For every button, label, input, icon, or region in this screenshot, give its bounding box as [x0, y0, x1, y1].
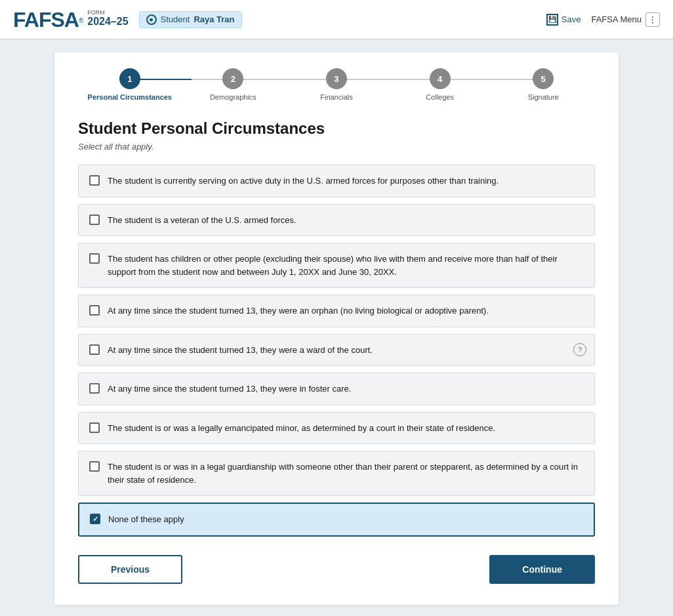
app-header: FAFSA® FORM 2024–25 ■ Student Raya Tran … — [0, 0, 673, 39]
step-1-circle: 1 — [119, 68, 140, 89]
form-label: FORM — [87, 9, 128, 16]
step-2-circle: 2 — [222, 68, 243, 89]
fafsa-menu-label: FAFSA Menu — [591, 14, 642, 24]
menu-dots-icon: ⋮ — [645, 12, 660, 27]
checkbox-item-8[interactable]: The student is or was in a legal guardia… — [78, 451, 595, 496]
checkbox-item-7[interactable]: The student is or was a legally emancipa… — [78, 412, 595, 445]
header-left: FAFSA® FORM 2024–25 ■ Student Raya Tran — [13, 9, 242, 30]
student-indicator[interactable]: ■ Student Raya Tran — [139, 11, 242, 28]
checkbox-item-4[interactable]: At any time since the student turned 13,… — [78, 295, 595, 327]
checkbox-9[interactable]: ✓ — [90, 514, 100, 524]
checkbox-item-5[interactable]: At any time since the student turned 13,… — [78, 334, 595, 367]
step-4-label: Colleges — [426, 93, 454, 101]
fafsa-year-block: FORM 2024–25 — [87, 9, 128, 28]
fafsa-registered: ® — [79, 16, 83, 24]
checkbox-8[interactable] — [89, 461, 100, 472]
continue-button[interactable]: Continue — [489, 555, 595, 584]
fafsa-wordmark: FAFSA® — [13, 9, 83, 30]
checkbox-6-text: At any time since the student turned 13,… — [108, 382, 351, 396]
checkbox-1[interactable] — [89, 175, 100, 186]
checkbox-item-6[interactable]: At any time since the student turned 13,… — [78, 373, 595, 405]
checkbox-item-9[interactable]: ✓ None of these apply — [78, 503, 595, 537]
step-4-circle: 4 — [430, 68, 451, 89]
save-button[interactable]: 💾 Save — [546, 14, 581, 26]
checkmark-9: ✓ — [92, 515, 98, 524]
step-3-label: Financials — [320, 93, 353, 101]
step-2-label: Demographics — [210, 93, 256, 101]
previous-button[interactable]: Previous — [78, 555, 182, 584]
step-2: 2 Demographics — [182, 68, 285, 101]
student-name: Raya Tran — [194, 14, 234, 24]
student-label: Student — [161, 14, 190, 24]
help-icon-5[interactable]: ? — [573, 343, 586, 356]
step-1: 1 Personal Circumstances — [78, 68, 182, 101]
checkbox-1-text: The student is currently serving on acti… — [108, 175, 499, 188]
page-title: Student Personal Circumstances — [78, 119, 595, 138]
save-label: Save — [561, 14, 581, 24]
nav-buttons: Previous Continue — [78, 555, 595, 584]
checkbox-4-text: At any time since the student turned 13,… — [108, 304, 489, 318]
fafsa-text: FAFSA — [13, 8, 79, 31]
checkbox-9-text: None of these apply — [108, 513, 184, 526]
checkbox-2-text: The student is a veteran of the U.S. arm… — [108, 214, 296, 227]
step-5: 5 Signature — [491, 68, 595, 101]
checkbox-8-text: The student is or was in a legal guardia… — [108, 461, 584, 486]
student-icon: ■ — [146, 14, 157, 25]
step-1-label: Personal Circumstances — [88, 93, 172, 101]
checkbox-item-1[interactable]: The student is currently serving on acti… — [78, 165, 595, 197]
checkbox-5[interactable] — [89, 344, 100, 355]
checkbox-7-text: The student is or was a legally emancipa… — [108, 422, 495, 435]
progress-bar: 1 Personal Circumstances 2 Demographics … — [78, 68, 595, 101]
checkbox-3-text: The student has children or other people… — [108, 253, 584, 278]
checkbox-3[interactable] — [89, 253, 100, 264]
checkbox-7[interactable] — [89, 422, 100, 433]
step-3-circle: 3 — [326, 68, 347, 89]
step-5-label: Signature — [528, 93, 559, 101]
checkbox-6[interactable] — [89, 383, 100, 394]
page-subtitle: Select all that apply. — [78, 142, 595, 152]
header-right: 💾 Save FAFSA Menu ⋮ — [546, 12, 660, 27]
step-3: 3 Financials — [285, 68, 388, 101]
checkbox-4[interactable] — [89, 305, 100, 316]
fafsa-year: 2024–25 — [87, 16, 128, 28]
step-5-circle: 5 — [533, 68, 554, 89]
checkbox-2[interactable] — [89, 215, 100, 225]
step-4: 4 Colleges — [388, 68, 492, 101]
fafsa-menu-button[interactable]: FAFSA Menu ⋮ — [591, 12, 660, 27]
checkbox-item-2[interactable]: The student is a veteran of the U.S. arm… — [78, 204, 595, 237]
content-card: 1 Personal Circumstances 2 Demographics … — [54, 52, 619, 605]
checkbox-item-3[interactable]: The student has children or other people… — [78, 243, 595, 288]
fafsa-logo: FAFSA® FORM 2024–25 — [13, 9, 129, 30]
save-icon: 💾 — [546, 14, 558, 26]
main-container: 1 Personal Circumstances 2 Demographics … — [0, 39, 673, 616]
checkbox-list: The student is currently serving on acti… — [78, 165, 595, 537]
checkbox-5-text: At any time since the student turned 13,… — [108, 344, 373, 357]
